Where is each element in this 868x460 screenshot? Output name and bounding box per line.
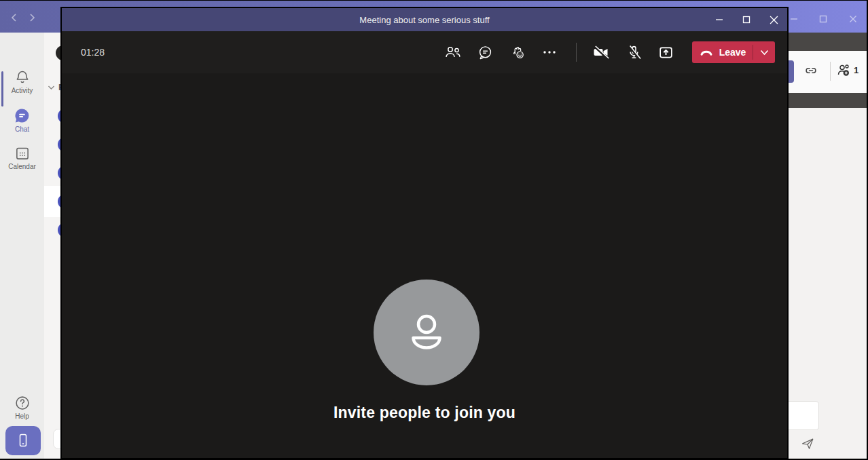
mobile-app-button[interactable]: [5, 426, 41, 455]
bg-minimize-icon: [790, 15, 798, 23]
close-button[interactable]: [760, 8, 787, 31]
meeting-toolbar: 01:28: [62, 31, 787, 73]
meeting-title: Meeting about some serious stuff: [359, 15, 489, 25]
send-icon: [800, 436, 815, 451]
bg-maximize-button[interactable]: [816, 12, 831, 26]
minimize-icon: [715, 16, 723, 24]
share-screen-icon: [657, 44, 674, 61]
toolbar-divider: [576, 43, 577, 62]
show-participants-button[interactable]: [439, 39, 467, 66]
close-icon: [770, 16, 778, 24]
minimize-button[interactable]: [706, 8, 733, 31]
chat-list: F: [44, 33, 60, 460]
forward-icon: [27, 13, 37, 22]
app-rail: Activity Chat Calendar Help: [0, 33, 44, 460]
maximize-icon: [742, 16, 751, 24]
bg-maximize-icon: [819, 15, 827, 23]
reactions-icon: [509, 44, 527, 61]
sidebar-item-chat[interactable]: Chat: [0, 102, 44, 140]
back-icon: [10, 13, 19, 22]
join-button-sliver[interactable]: [789, 60, 794, 83]
meeting-timer: 01:28: [81, 31, 105, 73]
share-screen-button[interactable]: [652, 39, 679, 66]
bg-close-icon: [849, 15, 857, 23]
help-icon: [14, 394, 31, 412]
maximize-button[interactable]: [733, 8, 760, 31]
add-participant-icon: [835, 62, 853, 79]
show-conversation-button[interactable]: [471, 39, 499, 66]
hang-up-icon: [699, 47, 714, 58]
chat-header-avatar: [56, 45, 60, 60]
leave-options-button[interactable]: [753, 41, 775, 63]
more-actions-icon: [541, 44, 558, 60]
meeting-titlebar: Meeting about some serious stuff: [62, 8, 787, 31]
meeting-banner-strip-2: [789, 93, 868, 108]
mic-toggle-button[interactable]: [620, 39, 647, 66]
sidebar-item-calendar[interactable]: Calendar: [0, 140, 44, 178]
meeting-chat-header: 1: [789, 51, 868, 93]
chevron-down-icon: [760, 50, 769, 56]
participant-count: 1: [854, 65, 858, 75]
meeting-window: Meeting about some serious stuff 01:28: [60, 7, 789, 459]
calendar-icon: [14, 145, 31, 162]
chevron-down-icon: [48, 85, 54, 90]
back-button[interactable]: [5, 9, 23, 26]
sidebar-item-activity[interactable]: Activity: [0, 64, 44, 102]
leave-button-group: Leave: [692, 41, 775, 63]
rail-active-indicator: [1, 71, 3, 107]
chat-list-button-sliver: [53, 429, 60, 449]
invite-people-text: Invite people to join you: [62, 404, 787, 422]
send-message-button[interactable]: [799, 436, 816, 452]
sidebar-item-label: Help: [0, 413, 44, 420]
reactions-button[interactable]: [505, 39, 532, 66]
person-avatar-icon: [393, 299, 460, 366]
add-participant-button[interactable]: [833, 60, 855, 81]
camera-off-icon: [592, 44, 611, 60]
meeting-stage: Invite people to join you: [62, 73, 787, 458]
meeting-chat-icon: [477, 44, 494, 61]
more-actions-button[interactable]: [536, 39, 563, 66]
meeting-banner-strip: [789, 33, 868, 51]
sidebar-item-label: Calendar: [0, 163, 44, 170]
forward-button[interactable]: [23, 9, 41, 26]
camera-toggle-button[interactable]: [587, 39, 615, 66]
mic-off-icon: [626, 44, 643, 61]
sidebar-item-label: Activity: [0, 87, 44, 94]
bg-close-button[interactable]: [846, 12, 861, 26]
sidebar-item-label: Chat: [0, 126, 44, 133]
activity-icon: [14, 69, 31, 86]
bg-minimize-button[interactable]: [786, 12, 801, 26]
leave-button-label: Leave: [719, 47, 746, 58]
participants-icon: [444, 44, 463, 60]
avatar: [374, 280, 480, 385]
copy-link-button[interactable]: [800, 60, 822, 81]
header-divider: [830, 62, 831, 81]
leave-button[interactable]: Leave: [692, 41, 753, 63]
mobile-phone-icon: [15, 432, 31, 450]
link-icon: [803, 62, 819, 79]
chat-icon: [13, 107, 31, 125]
chat-list-section-header[interactable]: F: [48, 82, 60, 92]
sidebar-item-help[interactable]: Help: [0, 390, 44, 428]
